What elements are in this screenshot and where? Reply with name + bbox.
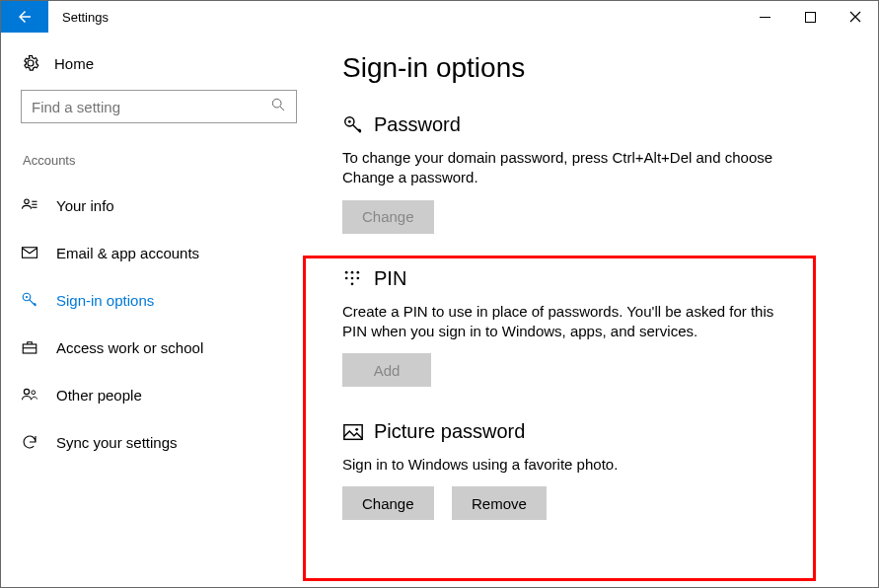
picture-icon [342, 421, 368, 443]
picture-remove-button[interactable]: Remove [452, 486, 547, 520]
password-description: To change your domain password, press Ct… [342, 148, 796, 188]
back-button[interactable] [1, 1, 48, 33]
pin-pad-icon [342, 268, 368, 288]
sidebar-item-label: Access work or school [56, 339, 203, 356]
svg-point-10 [26, 296, 28, 298]
sync-icon [21, 433, 42, 451]
sidebar-item-email[interactable]: Email & app accounts [21, 229, 297, 276]
svg-point-19 [357, 271, 360, 274]
close-icon [849, 11, 861, 23]
briefcase-icon [21, 338, 42, 356]
page-title: Sign-in options [342, 52, 848, 84]
search-input[interactable] [32, 99, 270, 115]
back-arrow-icon [16, 8, 34, 26]
sidebar-item-signin[interactable]: Sign-in options [21, 276, 297, 324]
svg-point-17 [345, 271, 348, 274]
sidebar: Home Accounts Your info Email & app acco… [1, 33, 317, 587]
svg-line-3 [280, 107, 284, 110]
people-icon [21, 386, 42, 404]
sidebar-item-your-info[interactable]: Your info [21, 182, 297, 229]
sidebar-item-sync[interactable]: Sync your settings [21, 418, 297, 466]
password-section: Password To change your domain password,… [342, 113, 848, 234]
sidebar-item-label: Email & app accounts [56, 245, 199, 261]
maximize-icon [805, 12, 816, 23]
svg-point-16 [348, 119, 351, 122]
picture-change-button[interactable]: Change [342, 486, 434, 520]
content-area: Sign-in options Password To change your … [317, 33, 878, 587]
close-button[interactable] [833, 1, 878, 33]
svg-rect-8 [23, 248, 37, 258]
svg-point-20 [345, 277, 348, 280]
svg-point-22 [357, 277, 360, 280]
svg-point-13 [24, 389, 29, 394]
sidebar-item-label: Sync your settings [56, 434, 178, 451]
svg-point-18 [351, 271, 354, 274]
svg-point-4 [25, 199, 30, 204]
window-controls [742, 1, 878, 33]
svg-point-25 [355, 427, 358, 430]
svg-rect-1 [805, 12, 815, 22]
picture-description: Sign in to Windows using a favorite phot… [342, 455, 796, 475]
pin-section: PIN Create a PIN to use in place of pass… [342, 267, 848, 388]
title-bar: Settings [1, 1, 878, 33]
svg-rect-24 [344, 424, 362, 439]
gear-icon [21, 54, 40, 72]
search-box[interactable] [21, 90, 297, 123]
minimize-button[interactable] [742, 1, 787, 33]
password-heading: Password [374, 113, 461, 136]
picture-password-section: Picture password Sign in to Windows usin… [342, 420, 848, 520]
maximize-button[interactable] [787, 1, 833, 33]
search-icon [270, 97, 286, 116]
window-title: Settings [48, 10, 742, 25]
sidebar-item-label: Your info [56, 197, 114, 214]
home-link[interactable]: Home [21, 46, 297, 90]
pin-add-button[interactable]: Add [342, 353, 431, 387]
svg-rect-0 [760, 17, 770, 18]
mail-icon [21, 244, 42, 261]
svg-point-2 [272, 99, 281, 108]
svg-point-23 [351, 283, 354, 286]
pin-description: Create a PIN to use in place of password… [342, 302, 796, 342]
password-change-button[interactable]: Change [342, 200, 434, 234]
picture-heading: Picture password [374, 420, 525, 443]
category-heading: Accounts [21, 153, 297, 168]
minimize-icon [760, 12, 770, 23]
key-icon [21, 291, 42, 309]
pin-heading: PIN [374, 267, 406, 290]
sidebar-item-work[interactable]: Access work or school [21, 324, 297, 371]
person-card-icon [21, 196, 42, 214]
home-label: Home [54, 55, 94, 72]
svg-point-14 [32, 391, 36, 395]
sidebar-item-label: Sign-in options [56, 292, 154, 309]
svg-rect-11 [23, 344, 37, 353]
key-icon [342, 114, 368, 136]
svg-point-21 [351, 277, 354, 280]
sidebar-item-label: Other people [56, 387, 142, 404]
sidebar-item-other-people[interactable]: Other people [21, 371, 297, 418]
